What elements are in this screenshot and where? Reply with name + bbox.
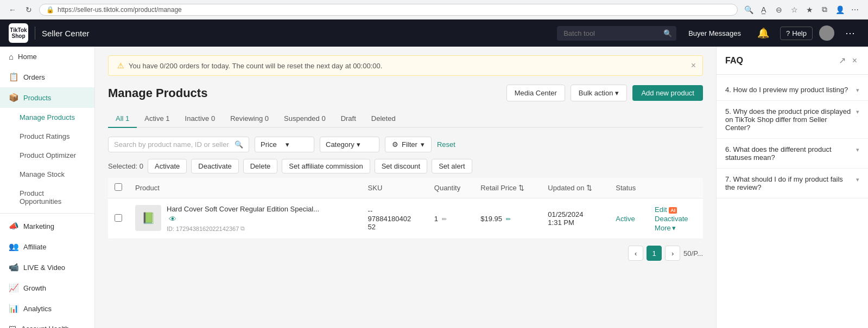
help-circle-icon: ? [786,29,790,37]
more-options-btn[interactable]: ⋯ [841,25,859,41]
price-filter-chevron: ▾ [286,140,308,149]
browser-collection-btn[interactable]: ★ [803,3,816,16]
account-health-icon: 🛡 [9,324,17,328]
price-filter-dropdown[interactable]: Price ▾ [255,137,314,152]
faq-question-7[interactable]: 7. What should I do if my product fails … [717,169,868,198]
sidebar-item-manage-stock[interactable]: Manage Stock [0,165,94,184]
row-checkbox[interactable] [115,214,122,222]
browser-more-btn[interactable]: ⋯ [848,3,861,16]
prev-page-btn[interactable]: ‹ [628,246,643,261]
retail-price-column-header[interactable]: Retail Price ⇅ [474,178,541,198]
product-name: Hard Cover Soft Cover Regular Edition Sp… [167,205,319,213]
browser-back-btn[interactable]: ← [7,4,18,16]
faq-item-5: 5. Why does the product price displayed … [717,101,868,139]
selected-label: Selected: 0 [108,162,143,170]
add-product-btn[interactable]: Add new product [632,85,703,101]
batch-tool-input[interactable] [557,26,676,41]
browser-zoom-btn[interactable]: ⊖ [772,3,785,16]
sidebar-item-home[interactable]: ⌂ Home [0,47,94,67]
sidebar-product-ratings-label: Product Ratings [20,132,70,140]
faq-close-btn[interactable]: × [850,54,859,67]
sidebar-item-product-opportunities[interactable]: Product Opportunities [0,184,94,211]
faq-question-6-text: 6. What does the different product statu… [725,145,852,162]
buyer-messages-label: Buyer Messages [688,29,741,37]
sidebar-item-analytics[interactable]: 📊 Analytics [0,298,94,319]
product-search-input[interactable] [114,140,231,149]
tab-deleted-label: Deleted [371,114,396,123]
tab-draft[interactable]: Draft [333,110,364,128]
page-1-btn[interactable]: 1 [647,246,662,261]
sku-id-value: 97884180402 [368,215,421,223]
set-alert-btn[interactable]: Set alert [432,159,472,173]
browser-translate-btn[interactable]: A̲ [757,3,770,16]
sidebar-item-manage-products[interactable]: Manage Products [0,108,94,127]
app-wrapper: TikTokShop Seller Center 🔍 Buyer Message… [0,20,868,328]
filter-btn[interactable]: ⚙ Filter ▾ [385,137,432,152]
faq-question-6[interactable]: 6. What does the different product statu… [717,139,868,168]
more-actions-link[interactable]: More ▾ [655,224,696,232]
activate-btn[interactable]: Activate [148,159,187,173]
set-affiliate-btn[interactable]: Set affiliate commission [282,159,370,173]
delete-bulk-btn[interactable]: Delete [243,159,278,173]
updated-on-sort-icon: ⇅ [586,184,592,192]
sidebar-item-product-ratings[interactable]: Product Ratings [0,127,94,146]
sidebar-item-growth[interactable]: 📈 Growth [0,278,94,298]
browser-refresh-btn[interactable]: ↻ [23,4,35,16]
sidebar-item-account-health[interactable]: 🛡 Account Health [0,319,94,328]
tab-all[interactable]: All 1 [108,110,137,128]
more-icon: ⋯ [845,27,855,39]
set-discount-btn[interactable]: Set discount [375,159,428,173]
faq-question-4[interactable]: 4. How do I preview my product listing? … [717,79,868,100]
bulk-action-btn[interactable]: Bulk action ▾ [571,85,628,101]
ai-badge: AI [669,207,677,214]
notification-bell-btn[interactable]: 🔔 [753,25,774,41]
user-avatar[interactable] [819,25,834,41]
faq-question-5[interactable]: 5. Why does the product price displayed … [717,101,868,138]
tab-reviewing[interactable]: Reviewing 0 [223,110,276,128]
copy-id-icon[interactable]: ⧉ [240,225,245,232]
row-checkbox-cell [108,198,129,239]
page-content-area: Manage Products Media Center Bulk action… [95,76,716,276]
sidebar-item-marketing[interactable]: 📣 Marketing [0,216,94,236]
deactivate-bulk-btn[interactable]: Deactivate [191,159,238,173]
edit-quantity-icon[interactable]: ✏ [442,216,447,222]
next-page-btn[interactable]: › [665,246,680,261]
browser-profile-btn[interactable]: 👤 [833,3,846,16]
help-btn[interactable]: ? Help [780,27,813,40]
deactivate-product-link[interactable]: Deactivate [655,215,696,223]
pagination-row: ‹ 1 › 50/P... [108,239,703,267]
sidebar-item-product-optimizer[interactable]: Product Optimizer [0,146,94,165]
reset-btn[interactable]: Reset [437,140,455,149]
faq-expand-btn[interactable]: ↗ [837,54,848,67]
updated-on-column-header[interactable]: Updated on ⇅ [541,178,609,198]
filter-funnel-icon: ⚙ [392,140,398,149]
edit-price-icon[interactable]: ✏ [506,216,511,222]
alert-close-btn[interactable]: × [691,61,696,70]
tab-deleted[interactable]: Deleted [364,110,403,128]
tab-suspended[interactable]: Suspended 0 [276,110,333,128]
sidebar: ⌂ Home 📋 Orders 📦 Products Manage Produc… [0,47,95,328]
select-all-checkbox[interactable] [115,183,122,191]
sidebar-item-products[interactable]: 📦 Products [0,87,94,108]
sidebar-item-live-video[interactable]: 📹 LIVE & Video [0,257,94,278]
browser-search-btn[interactable]: 🔍 [742,3,755,16]
preview-icon[interactable]: 👁 [169,215,319,223]
tab-draft-label: Draft [341,114,356,123]
sidebar-item-orders[interactable]: 📋 Orders [0,67,94,87]
buyer-messages-btn[interactable]: Buyer Messages [683,26,746,41]
tab-active[interactable]: Active 1 [137,110,177,128]
browser-fav-btn[interactable]: ☆ [788,3,801,16]
products-icon: 📦 [9,93,19,102]
orders-icon: 📋 [9,72,19,82]
browser-ext-btn[interactable]: ⧉ [818,3,831,16]
edit-product-link[interactable]: Edit AI [655,205,696,214]
sidebar-item-affiliate[interactable]: 👥 Affiliate [0,236,94,257]
sidebar-orders-label: Orders [23,73,45,81]
status-cell: Active [609,198,648,239]
product-thumbnail: 📗 [135,205,161,231]
category-filter-dropdown[interactable]: Category ▾ [320,137,379,152]
media-center-btn[interactable]: Media Center [506,85,565,101]
select-all-header [108,178,129,198]
price-filter-label: Price [261,140,283,149]
tab-inactive[interactable]: Inactive 0 [178,110,223,128]
